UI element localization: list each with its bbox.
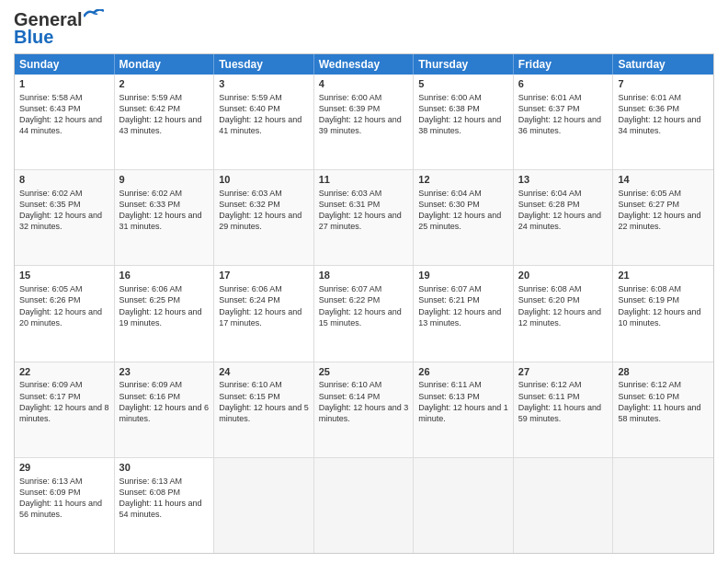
calendar-cell-25: 25Sunrise: 6:10 AMSunset: 6:14 PMDayligh… — [314, 362, 415, 457]
header-wednesday: Wednesday — [314, 54, 415, 75]
day-info: Sunrise: 6:08 AMSunset: 6:20 PMDaylight:… — [518, 284, 601, 327]
logo-bird-icon — [84, 9, 104, 24]
calendar-cell-11: 11Sunrise: 6:03 AMSunset: 6:31 PMDayligh… — [314, 170, 415, 265]
calendar-cell-20: 20Sunrise: 6:08 AMSunset: 6:20 PMDayligh… — [514, 266, 614, 361]
calendar-cell-28: 28Sunrise: 6:12 AMSunset: 6:10 PMDayligh… — [613, 362, 713, 457]
calendar-cell-30: 30Sunrise: 6:13 AMSunset: 6:08 PMDayligh… — [115, 458, 215, 553]
day-info: Sunrise: 6:13 AMSunset: 6:09 PMDaylight:… — [19, 477, 102, 519]
day-info: Sunrise: 6:00 AMSunset: 6:39 PMDaylight:… — [319, 93, 402, 135]
day-number: 3 — [219, 77, 309, 91]
day-number: 17 — [219, 269, 309, 282]
day-info: Sunrise: 6:13 AMSunset: 6:08 PMDaylight:… — [119, 477, 202, 519]
day-number: 30 — [119, 461, 210, 475]
calendar-cell-12: 12Sunrise: 6:04 AMSunset: 6:30 PMDayligh… — [414, 170, 514, 265]
day-number: 2 — [119, 77, 210, 91]
day-number: 1 — [19, 77, 109, 91]
calendar-cell-10: 10Sunrise: 6:03 AMSunset: 6:32 PMDayligh… — [214, 170, 314, 265]
day-number: 19 — [418, 269, 508, 282]
calendar-cell-empty — [414, 458, 514, 553]
day-info: Sunrise: 6:06 AMSunset: 6:25 PMDaylight:… — [119, 284, 202, 327]
day-number: 12 — [418, 173, 508, 187]
day-number: 25 — [319, 365, 409, 379]
day-number: 26 — [418, 365, 508, 379]
calendar-cell-18: 18Sunrise: 6:07 AMSunset: 6:22 PMDayligh… — [314, 266, 415, 361]
day-number: 6 — [518, 77, 609, 91]
day-info: Sunrise: 6:12 AMSunset: 6:10 PMDaylight:… — [618, 380, 700, 422]
day-info: Sunrise: 6:06 AMSunset: 6:24 PMDaylight:… — [219, 284, 301, 327]
day-info: Sunrise: 6:11 AMSunset: 6:13 PMDaylight:… — [418, 380, 508, 422]
calendar: Sunday Monday Tuesday Wednesday Thursday… — [14, 53, 714, 554]
logo-blue: Blue — [14, 27, 53, 48]
day-number: 11 — [319, 173, 409, 187]
calendar-row-4: 22Sunrise: 6:09 AMSunset: 6:17 PMDayligh… — [15, 362, 713, 458]
day-number: 15 — [19, 269, 109, 282]
day-info: Sunrise: 5:59 AMSunset: 6:40 PMDaylight:… — [219, 93, 301, 135]
calendar-cell-19: 19Sunrise: 6:07 AMSunset: 6:21 PMDayligh… — [414, 266, 514, 361]
calendar-cell-16: 16Sunrise: 6:06 AMSunset: 6:25 PMDayligh… — [115, 266, 215, 361]
calendar-cell-4: 4Sunrise: 6:00 AMSunset: 6:39 PMDaylight… — [314, 75, 415, 169]
header-tuesday: Tuesday — [214, 54, 314, 75]
day-number: 20 — [518, 269, 609, 282]
calendar-row-2: 8Sunrise: 6:02 AMSunset: 6:35 PMDaylight… — [15, 170, 713, 266]
day-info: Sunrise: 6:05 AMSunset: 6:26 PMDaylight:… — [19, 284, 102, 327]
calendar-cell-6: 6Sunrise: 6:01 AMSunset: 6:37 PMDaylight… — [514, 75, 614, 169]
day-info: Sunrise: 6:10 AMSunset: 6:14 PMDaylight:… — [319, 380, 409, 422]
day-info: Sunrise: 6:12 AMSunset: 6:11 PMDaylight:… — [518, 380, 601, 422]
calendar-header: Sunday Monday Tuesday Wednesday Thursday… — [15, 54, 713, 75]
calendar-row-1: 1Sunrise: 5:58 AMSunset: 6:43 PMDaylight… — [15, 75, 713, 170]
calendar-cell-empty — [314, 458, 415, 553]
day-info: Sunrise: 6:04 AMSunset: 6:30 PMDaylight:… — [418, 189, 501, 231]
day-info: Sunrise: 6:04 AMSunset: 6:28 PMDaylight:… — [518, 189, 601, 231]
calendar-cell-7: 7Sunrise: 6:01 AMSunset: 6:36 PMDaylight… — [613, 75, 713, 169]
day-number: 8 — [19, 173, 109, 187]
day-number: 22 — [19, 365, 109, 379]
day-info: Sunrise: 6:00 AMSunset: 6:38 PMDaylight:… — [418, 93, 501, 135]
header-thursday: Thursday — [414, 54, 514, 75]
day-number: 27 — [518, 365, 609, 379]
day-number: 23 — [119, 365, 210, 379]
calendar-cell-27: 27Sunrise: 6:12 AMSunset: 6:11 PMDayligh… — [514, 362, 614, 457]
header-saturday: Saturday — [613, 54, 713, 75]
day-info: Sunrise: 6:07 AMSunset: 6:21 PMDaylight:… — [418, 284, 501, 327]
day-number: 13 — [518, 173, 609, 187]
calendar-row-3: 15Sunrise: 6:05 AMSunset: 6:26 PMDayligh… — [15, 266, 713, 362]
day-info: Sunrise: 6:01 AMSunset: 6:37 PMDaylight:… — [518, 93, 601, 135]
page: General Blue Sunday Monday Tuesday Wedne… — [0, 0, 728, 563]
day-number: 29 — [19, 461, 109, 475]
calendar-cell-8: 8Sunrise: 6:02 AMSunset: 6:35 PMDaylight… — [15, 170, 115, 265]
day-info: Sunrise: 5:59 AMSunset: 6:42 PMDaylight:… — [119, 93, 202, 135]
day-info: Sunrise: 6:03 AMSunset: 6:31 PMDaylight:… — [319, 189, 402, 231]
day-number: 28 — [618, 365, 709, 379]
day-number: 5 — [418, 77, 508, 91]
calendar-cell-24: 24Sunrise: 6:10 AMSunset: 6:15 PMDayligh… — [214, 362, 314, 457]
day-number: 14 — [618, 173, 709, 187]
calendar-cell-3: 3Sunrise: 5:59 AMSunset: 6:40 PMDaylight… — [214, 75, 314, 169]
calendar-cell-5: 5Sunrise: 6:00 AMSunset: 6:38 PMDaylight… — [414, 75, 514, 169]
calendar-cell-2: 2Sunrise: 5:59 AMSunset: 6:42 PMDaylight… — [115, 75, 215, 169]
header: General Blue — [14, 9, 714, 48]
day-info: Sunrise: 6:07 AMSunset: 6:22 PMDaylight:… — [319, 284, 402, 327]
calendar-body: 1Sunrise: 5:58 AMSunset: 6:43 PMDaylight… — [15, 75, 713, 553]
day-number: 7 — [618, 77, 709, 91]
calendar-cell-14: 14Sunrise: 6:05 AMSunset: 6:27 PMDayligh… — [613, 170, 713, 265]
day-info: Sunrise: 6:05 AMSunset: 6:27 PMDaylight:… — [618, 189, 700, 231]
calendar-cell-13: 13Sunrise: 6:04 AMSunset: 6:28 PMDayligh… — [514, 170, 614, 265]
calendar-cell-26: 26Sunrise: 6:11 AMSunset: 6:13 PMDayligh… — [414, 362, 514, 457]
calendar-cell-1: 1Sunrise: 5:58 AMSunset: 6:43 PMDaylight… — [15, 75, 115, 169]
calendar-cell-empty — [214, 458, 314, 553]
calendar-cell-17: 17Sunrise: 6:06 AMSunset: 6:24 PMDayligh… — [214, 266, 314, 361]
day-number: 18 — [319, 269, 409, 282]
calendar-cell-9: 9Sunrise: 6:02 AMSunset: 6:33 PMDaylight… — [115, 170, 215, 265]
day-number: 24 — [219, 365, 309, 379]
day-info: Sunrise: 6:08 AMSunset: 6:19 PMDaylight:… — [618, 284, 700, 327]
day-info: Sunrise: 6:03 AMSunset: 6:32 PMDaylight:… — [219, 189, 301, 231]
calendar-row-5: 29Sunrise: 6:13 AMSunset: 6:09 PMDayligh… — [15, 458, 713, 553]
calendar-cell-21: 21Sunrise: 6:08 AMSunset: 6:19 PMDayligh… — [613, 266, 713, 361]
day-info: Sunrise: 6:02 AMSunset: 6:33 PMDaylight:… — [119, 189, 202, 231]
day-info: Sunrise: 6:02 AMSunset: 6:35 PMDaylight:… — [19, 189, 102, 231]
calendar-cell-23: 23Sunrise: 6:09 AMSunset: 6:16 PMDayligh… — [115, 362, 215, 457]
day-info: Sunrise: 6:09 AMSunset: 6:16 PMDaylight:… — [119, 380, 210, 422]
day-number: 10 — [219, 173, 309, 187]
day-info: Sunrise: 6:01 AMSunset: 6:36 PMDaylight:… — [618, 93, 700, 135]
calendar-cell-empty — [613, 458, 713, 553]
